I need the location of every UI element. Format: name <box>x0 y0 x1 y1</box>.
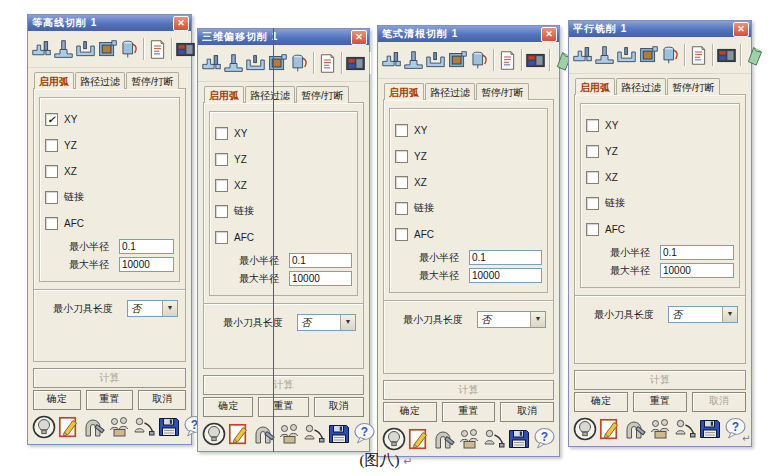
checkbox-yz[interactable] <box>395 150 408 163</box>
checkbox-yz[interactable] <box>215 153 228 166</box>
face-mill-icon[interactable] <box>425 48 446 72</box>
tab-path-filter[interactable]: 路径过滤 <box>616 78 666 95</box>
color-table-icon[interactable] <box>716 43 737 67</box>
tab-pause-break[interactable]: 暂停/打断 <box>476 83 529 100</box>
checkbox-xz[interactable] <box>395 176 408 189</box>
tab-enable-arc[interactable]: 启用弧 <box>204 86 244 103</box>
cancel-button[interactable]: 取消 <box>138 390 186 410</box>
calculate-button[interactable]: 计算 <box>33 368 186 388</box>
checkbox-link[interactable] <box>586 197 599 210</box>
probe-icon[interactable] <box>482 427 506 452</box>
reset-button[interactable]: 重置 <box>633 392 687 412</box>
calculate-button[interactable]: 计算 <box>574 370 746 390</box>
tools-icon[interactable] <box>82 415 106 440</box>
min-tool-length-select[interactable]: 否 ▼ <box>297 314 356 331</box>
zlevel-mill-icon[interactable] <box>223 51 244 75</box>
checkbox-xy[interactable] <box>395 124 408 137</box>
checkbox-xy[interactable]: ✓ <box>45 113 58 126</box>
save-icon[interactable] <box>157 415 181 440</box>
checkbox-link[interactable] <box>45 191 58 204</box>
save-icon[interactable] <box>507 427 531 452</box>
min-radius-input[interactable] <box>119 239 174 254</box>
ok-button[interactable]: 确定 <box>383 402 437 422</box>
min-radius-input[interactable] <box>660 245 734 260</box>
save-icon[interactable] <box>327 422 351 447</box>
checkbox-afc[interactable] <box>45 217 58 230</box>
min-tool-length-select[interactable]: 否 ▼ <box>668 306 738 323</box>
cancel-button[interactable]: 取消 <box>314 397 364 417</box>
checkbox-xz[interactable] <box>215 179 228 192</box>
calculate-button[interactable]: 计算 <box>203 375 364 395</box>
reset-button[interactable]: 重置 <box>442 402 496 422</box>
bulb-icon[interactable] <box>32 415 56 440</box>
cavity-mill-icon[interactable] <box>201 51 222 75</box>
calculate-button[interactable]: 计算 <box>383 380 554 400</box>
titlebar[interactable]: 等高线切削 1 ✕ <box>28 15 191 31</box>
tab-path-filter[interactable]: 路径过滤 <box>75 72 125 89</box>
close-icon[interactable]: ✕ <box>733 22 749 37</box>
tab-pause-break[interactable]: 暂停/打断 <box>126 72 179 89</box>
tab-enable-arc[interactable]: 启用弧 <box>575 78 615 95</box>
max-radius-input[interactable] <box>119 257 174 272</box>
checkbox-link[interactable] <box>395 202 408 215</box>
ok-button[interactable]: 确定 <box>33 390 81 410</box>
bulb-icon[interactable] <box>382 427 406 452</box>
edit-icon[interactable] <box>598 417 622 442</box>
zlevel-mill-icon[interactable] <box>594 43 615 67</box>
zlevel-mill-icon[interactable] <box>53 37 74 61</box>
chevron-down-icon[interactable]: ▼ <box>722 307 737 322</box>
checkbox-afc[interactable] <box>586 223 599 236</box>
tab-path-filter[interactable]: 路径过滤 <box>425 83 475 100</box>
chevron-down-icon[interactable]: ▼ <box>530 312 545 327</box>
edit-icon[interactable] <box>407 427 431 452</box>
fixed-contour-icon[interactable] <box>267 51 288 75</box>
face-mill-icon[interactable] <box>616 43 637 67</box>
tab-enable-arc[interactable]: 启用弧 <box>384 83 424 100</box>
save-icon[interactable] <box>698 417 722 442</box>
operation-doc-icon[interactable] <box>147 37 168 61</box>
probe-icon[interactable] <box>673 417 697 442</box>
checkbox-xy[interactable] <box>586 119 599 132</box>
min-radius-input[interactable] <box>469 250 542 265</box>
fixed-contour-icon[interactable] <box>97 37 118 61</box>
probe-icon[interactable] <box>302 422 326 447</box>
tab-pause-break[interactable]: 暂停/打断 <box>296 86 349 103</box>
machine-group-icon[interactable] <box>107 415 131 440</box>
max-radius-input[interactable] <box>660 263 734 278</box>
color-table-icon[interactable] <box>175 37 196 61</box>
checkbox-afc[interactable] <box>215 231 228 244</box>
reset-button[interactable]: 重置 <box>86 390 134 410</box>
checkbox-link[interactable] <box>215 205 228 218</box>
help-icon[interactable] <box>533 427 557 452</box>
bulb-icon[interactable] <box>202 422 226 447</box>
face-mill-icon[interactable] <box>75 37 96 61</box>
color-table-icon[interactable] <box>525 48 546 72</box>
bulb-icon[interactable] <box>573 417 597 442</box>
operation-doc-icon[interactable] <box>497 48 518 72</box>
titlebar[interactable]: 平行铣削 1 ✕ <box>569 21 751 37</box>
max-radius-input[interactable] <box>469 268 542 283</box>
chevron-down-icon[interactable]: ▼ <box>340 315 355 330</box>
close-icon[interactable]: ✕ <box>541 27 557 42</box>
ok-button[interactable]: 确定 <box>203 397 253 417</box>
checkbox-xy[interactable] <box>215 127 228 140</box>
cavity-mill-icon[interactable] <box>572 43 593 67</box>
edit-icon[interactable] <box>227 422 251 447</box>
tab-path-filter[interactable]: 路径过滤 <box>245 86 295 103</box>
machine-group-icon[interactable] <box>457 427 481 452</box>
ok-button[interactable]: 确定 <box>574 392 628 412</box>
tools-icon[interactable] <box>623 417 647 442</box>
tool-icon[interactable] <box>469 48 490 72</box>
max-radius-input[interactable] <box>289 271 352 286</box>
face-mill-icon[interactable] <box>245 51 266 75</box>
tool-icon[interactable] <box>660 43 681 67</box>
machine-group-icon[interactable] <box>277 422 301 447</box>
edit-icon[interactable] <box>57 415 81 440</box>
titlebar[interactable]: 笔式清根切削 1 ✕ <box>378 26 559 42</box>
tool-icon[interactable] <box>289 51 310 75</box>
titlebar[interactable]: 三维偏移切削 1 ✕ <box>198 29 369 45</box>
checkbox-xz[interactable] <box>586 171 599 184</box>
green-sheet-icon[interactable] <box>744 43 765 67</box>
probe-icon[interactable] <box>132 415 156 440</box>
reset-button[interactable]: 重置 <box>258 397 308 417</box>
